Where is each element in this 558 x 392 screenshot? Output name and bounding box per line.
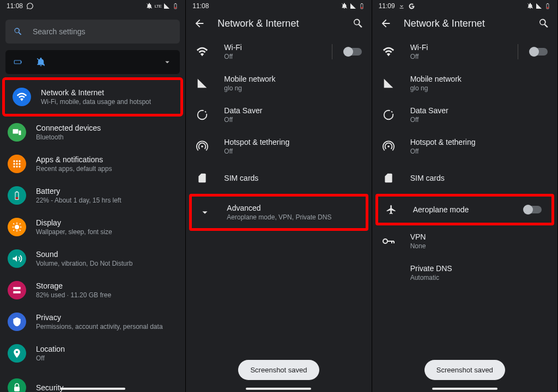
location-icon xyxy=(8,344,26,363)
row-data-saver[interactable]: Data SaverOff xyxy=(372,99,557,131)
bell-off-icon xyxy=(36,57,46,67)
row-display[interactable]: DisplayWallpaper, sleep, font size xyxy=(0,211,185,243)
battery-icon-color xyxy=(8,186,26,205)
nav-pill[interactable] xyxy=(60,388,125,390)
battery-icon xyxy=(544,3,551,9)
status-bar: 11:09 xyxy=(372,0,557,12)
signal-icon xyxy=(196,77,209,90)
page-title: Network & Internet xyxy=(217,18,339,29)
page-title: Network & Internet xyxy=(404,18,526,29)
sim-icon xyxy=(196,171,209,185)
back-icon[interactable] xyxy=(380,17,392,29)
download-icon xyxy=(398,3,405,9)
battery-icon xyxy=(172,3,179,9)
suggestion-panel[interactable] xyxy=(5,50,180,74)
search-settings-input[interactable]: Search settings xyxy=(5,20,180,44)
app-bar: Network & Internet xyxy=(186,12,371,36)
dnd-icon xyxy=(527,3,533,9)
row-storage[interactable]: Storage82% used · 11.20 GB free xyxy=(0,274,185,306)
row-connected-devices[interactable]: Connected devicesBluetooth xyxy=(0,117,185,148)
google-icon xyxy=(408,3,415,10)
row-vpn[interactable]: VPNNone xyxy=(372,225,557,257)
row-wifi[interactable]: Wi-FiOff xyxy=(372,36,557,68)
storage-icon xyxy=(8,281,26,299)
lte-indicator: LTE xyxy=(155,4,162,9)
dnd-icon xyxy=(146,3,153,9)
display-icon xyxy=(8,218,26,236)
row-data-saver[interactable]: Data SaverOff xyxy=(186,99,371,131)
row-battery[interactable]: Battery22% - About 1 day, 15 hrs left xyxy=(0,180,185,211)
back-icon[interactable] xyxy=(193,17,205,29)
apps-icon xyxy=(8,155,26,173)
highlight-network-internet: Network & Internet Wi-Fi, mobile, data u… xyxy=(2,77,183,117)
row-sim-cards[interactable]: SIM cards xyxy=(372,162,557,194)
chevron-down-icon xyxy=(198,206,211,219)
search-placeholder: Search settings xyxy=(33,27,86,36)
whatsapp-icon xyxy=(26,2,34,10)
wifi-icon xyxy=(13,88,31,106)
highlight-aeroplane-mode: Aeroplane mode xyxy=(375,194,554,225)
signal-icon xyxy=(163,3,170,9)
row-hotspot[interactable]: Hotspot & tetheringOff xyxy=(186,131,371,162)
row-network-internet[interactable]: Network & Internet Wi-Fi, mobile, data u… xyxy=(5,80,180,114)
phone-screen-settings-home: 11:08 LTE Search settings Network & Inte… xyxy=(0,0,186,392)
signal-icon xyxy=(382,77,395,90)
search-icon xyxy=(13,27,23,36)
toast-screenshot-saved[interactable]: Screenshot saved xyxy=(424,360,505,380)
battery-icon xyxy=(359,3,365,9)
wifi-icon xyxy=(382,45,395,58)
hotspot-icon xyxy=(196,140,209,153)
vpn-icon xyxy=(382,235,395,248)
hotspot-icon xyxy=(382,140,395,153)
phone-screen-network-expanded: 11:09 Network & Internet Wi-FiOff Mobile… xyxy=(372,0,558,392)
row-mobile-network[interactable]: Mobile networkglo ng xyxy=(186,68,371,99)
row-advanced[interactable]: AdvancedAeroplane mode, VPN, Private DNS xyxy=(192,197,365,228)
row-wifi[interactable]: Wi-FiOff xyxy=(186,36,371,68)
nav-pill[interactable] xyxy=(432,388,498,390)
row-sub: Wi-Fi, mobile, data usage and hotspot xyxy=(41,98,151,106)
status-bar: 11:08 xyxy=(186,0,371,12)
wifi-toggle[interactable] xyxy=(530,48,548,56)
sim-icon xyxy=(382,171,395,185)
row-aeroplane-mode[interactable]: Aeroplane mode xyxy=(378,197,551,223)
toast-screenshot-saved[interactable]: Screenshot saved xyxy=(238,360,319,380)
status-bar: 11:08 LTE xyxy=(0,0,185,12)
aeroplane-toggle[interactable] xyxy=(524,206,542,213)
security-icon xyxy=(8,378,26,392)
nav-pill[interactable] xyxy=(246,388,311,390)
datasaver-icon xyxy=(382,108,395,121)
app-bar: Network & Internet xyxy=(372,12,557,36)
row-sound[interactable]: SoundVolume, vibration, Do Not Disturb xyxy=(0,243,185,274)
search-icon[interactable] xyxy=(352,17,364,29)
chevron-down-icon xyxy=(162,57,172,67)
search-icon[interactable] xyxy=(538,17,550,29)
wifi-toggle[interactable] xyxy=(344,48,362,56)
airplane-icon xyxy=(385,203,398,216)
dnd-icon xyxy=(341,3,348,9)
status-time: 11:08 xyxy=(7,2,23,10)
row-hotspot[interactable]: Hotspot & tetheringOff xyxy=(372,131,557,162)
battery-rot-icon xyxy=(13,57,23,67)
row-sim-cards[interactable]: SIM cards xyxy=(186,162,371,194)
row-privacy[interactable]: PrivacyPermissions, account activity, pe… xyxy=(0,306,185,338)
sound-icon xyxy=(8,249,26,268)
wifi-icon xyxy=(196,45,209,58)
row-location[interactable]: LocationOff xyxy=(0,338,185,369)
privacy-icon xyxy=(8,313,26,331)
highlight-advanced: AdvancedAeroplane mode, VPN, Private DNS xyxy=(189,194,368,231)
signal-icon xyxy=(536,3,542,9)
devices-icon xyxy=(8,123,26,142)
signal-icon xyxy=(350,3,356,9)
row-apps-notifications[interactable]: Apps & notificationsRecent apps, default… xyxy=(0,148,185,180)
datasaver-icon xyxy=(196,108,209,121)
row-mobile-network[interactable]: Mobile networkglo ng xyxy=(372,68,557,99)
row-private-dns[interactable]: Private DNSAutomatic xyxy=(372,257,557,289)
phone-screen-network-collapsed: 11:08 Network & Internet Wi-FiOff Mobile… xyxy=(186,0,372,392)
row-title: Network & Internet xyxy=(41,88,151,97)
